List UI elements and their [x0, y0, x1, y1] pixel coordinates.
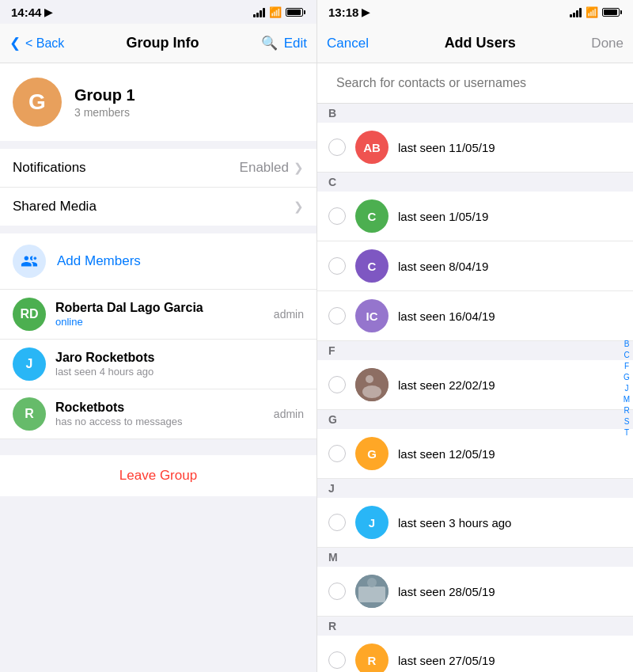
- contact-radio-c1[interactable]: [328, 207, 346, 225]
- members-section: Add Members RD Roberta Dal Lago Garcia o…: [0, 233, 316, 439]
- contact-row-c2[interactable]: C last seen 8/04/19: [317, 241, 633, 291]
- group-name: Group 1: [74, 86, 135, 104]
- member-row-1[interactable]: J Jaro Rocketbots last seen 4 hours ago: [0, 340, 316, 389]
- status-bar-left: 14:44 ▶ 📶: [0, 0, 316, 24]
- svg-point-5: [362, 385, 381, 398]
- contact-radio-r1[interactable]: [328, 651, 346, 669]
- edit-label[interactable]: Edit: [284, 36, 307, 51]
- signal-icon-right: [570, 6, 582, 17]
- left-panel: 14:44 ▶ 📶 ❮ < Back Group Info 🔍 Edit: [0, 0, 316, 672]
- notifications-row[interactable]: Notifications Enabled ❯: [0, 149, 316, 188]
- nav-title-left: Group Info: [127, 35, 199, 51]
- group-avatar-letter: G: [28, 89, 46, 115]
- edit-button[interactable]: 🔍 Edit: [261, 35, 307, 51]
- divider-2: [0, 226, 316, 233]
- contact-last-seen-f1: last seen 22/02/19: [398, 378, 495, 392]
- section-header-f: F: [317, 341, 633, 360]
- contact-row-c1[interactable]: C last seen 1/05/19: [317, 192, 633, 241]
- member-name-0: Roberta Dal Lago Garcia: [55, 301, 264, 315]
- member-role-2: admin: [274, 408, 304, 420]
- group-header: G Group 1 3 members: [0, 63, 316, 141]
- contact-avatar-ic: IC: [355, 299, 389, 332]
- member-row-0[interactable]: RD Roberta Dal Lago Garcia online admin: [0, 290, 316, 340]
- member-avatar-0: RD: [13, 298, 46, 331]
- chevron-left-icon: ❮: [9, 35, 21, 51]
- notifications-value: Enabled: [240, 160, 289, 176]
- search-bar: [317, 63, 633, 104]
- contact-row-ic[interactable]: IC last seen 16/04/19: [317, 291, 633, 341]
- status-icons-right: 📶: [570, 6, 622, 18]
- contact-row-ab[interactable]: AB last seen 11/05/19: [317, 123, 633, 173]
- member-row-2[interactable]: R Rocketbots has no access to messages a…: [0, 389, 316, 439]
- contact-avatar-j1: J: [355, 506, 389, 539]
- contact-avatar-c1: C: [355, 199, 389, 233]
- contact-radio-f1[interactable]: [328, 376, 346, 393]
- svg-point-4: [366, 375, 373, 383]
- alpha-s[interactable]: S: [624, 416, 630, 427]
- cancel-button[interactable]: Cancel: [327, 36, 369, 51]
- time-right: 13:18: [328, 6, 358, 19]
- group-members: 3 members: [74, 106, 135, 119]
- contact-avatar-c2: C: [355, 249, 389, 283]
- contact-radio-g1[interactable]: [328, 445, 346, 462]
- contact-last-seen-c2: last seen 8/04/19: [398, 260, 488, 273]
- nav-title-right: Add Users: [445, 35, 516, 51]
- contact-radio-m1[interactable]: [328, 583, 346, 600]
- wifi-icon-right: 📶: [586, 6, 598, 18]
- svg-rect-7: [358, 587, 385, 602]
- member-status-0: online: [55, 316, 264, 328]
- alpha-c[interactable]: C: [624, 350, 629, 360]
- svg-point-8: [367, 578, 377, 587]
- contact-radio-ic[interactable]: [328, 307, 346, 325]
- alpha-g[interactable]: G: [624, 372, 630, 382]
- member-initials-1: J: [26, 357, 33, 371]
- shared-media-label: Shared Media: [13, 199, 289, 215]
- contact-last-seen-ab: last seen 11/05/19: [398, 141, 495, 154]
- member-initials-2: R: [25, 407, 34, 421]
- back-button[interactable]: ❮ < Back: [9, 35, 64, 51]
- right-panel: 13:18 ▶ 📶 Cancel Add Users Done: [316, 0, 633, 672]
- contact-radio-c2[interactable]: [328, 257, 346, 275]
- location-icon-left: ▶: [44, 6, 52, 18]
- search-input[interactable]: [327, 70, 624, 97]
- contact-radio-j1[interactable]: [328, 514, 346, 531]
- member-name-2: Rocketbots: [55, 401, 264, 415]
- member-info-2: Rocketbots has no access to messages: [55, 401, 264, 427]
- add-members-row[interactable]: Add Members: [0, 233, 316, 290]
- contact-radio-ab[interactable]: [328, 139, 346, 156]
- chevron-icon-notifications: ❯: [294, 161, 304, 175]
- contact-last-seen-m1: last seen 28/05/19: [398, 585, 495, 598]
- alpha-t[interactable]: T: [624, 427, 629, 438]
- section-header-c: C: [317, 173, 633, 192]
- settings-list: Notifications Enabled ❯ Shared Media ❯: [0, 149, 316, 226]
- notifications-label: Notifications: [13, 160, 240, 176]
- contact-row-r1[interactable]: R last seen 27/05/19: [317, 636, 633, 672]
- leave-group-section[interactable]: Leave Group: [0, 455, 316, 496]
- contact-row-j1[interactable]: J last seen 3 hours ago: [317, 498, 633, 548]
- contacts-container: B AB last seen 11/05/19 C C last seen 1/…: [317, 104, 633, 672]
- contact-last-seen-r1: last seen 27/05/19: [398, 654, 495, 667]
- alpha-j[interactable]: J: [625, 383, 629, 393]
- time-left: 14:44: [11, 6, 41, 19]
- alpha-m[interactable]: M: [624, 394, 630, 404]
- status-icons-left: 📶: [253, 6, 305, 18]
- alpha-b[interactable]: B: [624, 339, 630, 349]
- group-info-text: Group 1 3 members: [74, 86, 135, 119]
- alpha-f[interactable]: F: [624, 361, 629, 371]
- contact-last-seen-g1: last seen 12/05/19: [398, 447, 495, 461]
- section-header-r: R: [317, 617, 633, 636]
- location-icon-right: ▶: [362, 6, 370, 18]
- add-members-label: Add Members: [57, 253, 141, 269]
- contact-row-m1[interactable]: last seen 28/05/19: [317, 567, 633, 617]
- section-header-b: B: [317, 104, 633, 123]
- contact-row-f1[interactable]: last seen 22/02/19: [317, 360, 633, 410]
- contact-avatar-m1: [355, 575, 389, 608]
- contact-row-g1[interactable]: G last seen 12/05/19: [317, 429, 633, 479]
- alpha-r[interactable]: R: [624, 405, 629, 416]
- section-header-m: M: [317, 548, 633, 567]
- done-button[interactable]: Done: [591, 36, 624, 51]
- shared-media-row[interactable]: Shared Media ❯: [0, 188, 316, 226]
- signal-icon-left: [253, 6, 265, 17]
- member-status-2: has no access to messages: [55, 416, 264, 427]
- add-members-icon: [13, 245, 46, 278]
